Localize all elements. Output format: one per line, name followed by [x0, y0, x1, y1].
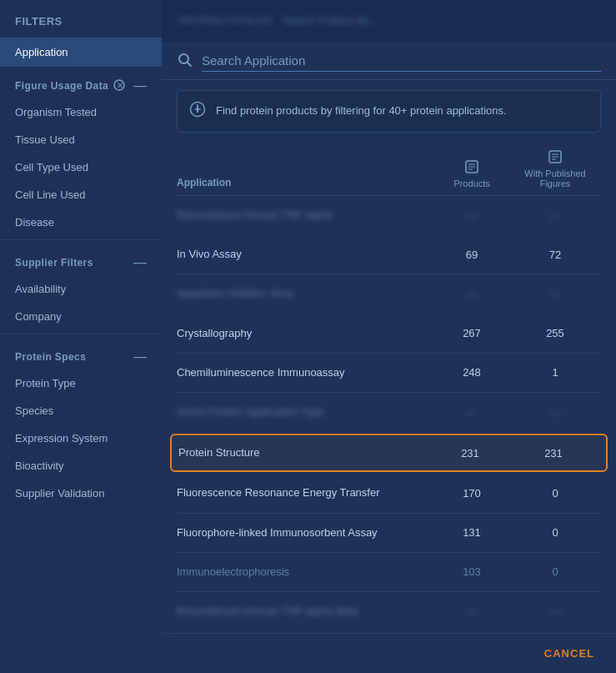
row-published: 0: [509, 526, 601, 539]
col-published-header: With Published Figures: [509, 149, 601, 188]
table-row[interactable]: Chemiluminescence Immunoassay 248 1: [177, 354, 601, 393]
blurred-header-text: PROTEIN CATALOG Search Proteins By...: [178, 15, 376, 27]
search-icon: [177, 52, 193, 73]
svg-text:✕: ✕: [117, 81, 123, 90]
row-products: 231: [433, 447, 508, 460]
row-name: Crystallography: [177, 326, 434, 341]
main-content: PROTEIN CATALOG Search Proteins By... Fi…: [162, 0, 616, 673]
table-row[interactable]: Fluorescence Resonance Energy Transfer 1…: [177, 474, 601, 513]
sidebar-item-expression-system[interactable]: Expression System: [0, 424, 162, 452]
table-header: Application Products: [177, 143, 601, 196]
row-name: Some Protein Application Type: [177, 404, 434, 419]
row-products: —: [434, 406, 509, 419]
row-name: Recombinant Human TNF-alpha: [177, 208, 434, 223]
row-products: 131: [434, 526, 509, 539]
supplier-filters-section: Supplier Filters —: [0, 244, 162, 275]
col-application-header: Application: [177, 177, 434, 188]
table-row[interactable]: Crystallography 267 255: [177, 314, 601, 354]
row-products: 103: [434, 565, 509, 578]
info-banner-text: Find protein products by filtering for 4…: [216, 103, 507, 118]
divider-1: [0, 239, 162, 240]
sidebar-item-cell-type-used[interactable]: Cell Type Used: [0, 153, 162, 181]
row-products: 170: [434, 487, 509, 500]
search-bar: [162, 42, 616, 80]
sidebar-item-organism-tested[interactable]: Organism Tested: [0, 98, 162, 126]
protein-specs-section: Protein Specs —: [0, 338, 162, 369]
sidebar-item-disease[interactable]: Disease: [0, 208, 162, 236]
sidebar-title: Filters: [0, 0, 162, 38]
figure-usage-data-label: Figure Usage Data: [15, 80, 108, 92]
row-name: Recombinant Human TNF-alpha Beta: [177, 604, 434, 619]
blurred-header: PROTEIN CATALOG Search Proteins By...: [162, 0, 616, 42]
sidebar-item-tissue-used[interactable]: Tissue Used: [0, 126, 162, 153]
row-products: 267: [434, 327, 509, 339]
application-table: Application Products: [162, 143, 616, 633]
row-published: 0: [509, 487, 601, 500]
col-products-header: Products: [434, 159, 509, 188]
row-name: Protein Structure: [178, 445, 433, 460]
table-row[interactable]: Recombinant Human TNF-alpha Beta — —: [177, 592, 601, 631]
protein-specs-label: Protein Specs: [15, 351, 86, 363]
sidebar-item-application[interactable]: Application: [0, 38, 162, 67]
products-col-label: Products: [453, 178, 489, 188]
svg-point-6: [197, 104, 198, 106]
figure-usage-collapse-icon[interactable]: ✕: [113, 79, 125, 93]
sidebar-item-species[interactable]: Species: [0, 397, 162, 424]
row-published: 0: [509, 565, 601, 578]
sidebar-item-bioactivity[interactable]: Bioactivity: [0, 452, 162, 480]
products-col-icon: [464, 159, 479, 176]
table-row-protein-structure[interactable]: Protein Structure 231 231: [170, 434, 608, 472]
search-input[interactable]: [202, 53, 601, 72]
supplier-filters-label: Supplier Filters: [15, 257, 93, 269]
row-published: —: [509, 288, 601, 300]
svg-line-3: [188, 63, 192, 67]
row-published: —: [509, 209, 601, 222]
cancel-button[interactable]: CANCEL: [538, 644, 601, 663]
row-products: —: [434, 209, 509, 222]
table-row[interactable]: In Vivo Assay 69 72: [177, 235, 601, 274]
table-row[interactable]: Fluorophore-linked Immunosorbent Assay 1…: [177, 514, 601, 553]
supplier-filters-minus-icon[interactable]: —: [133, 255, 147, 270]
row-published: 72: [509, 249, 601, 261]
sidebar-item-supplier-validation[interactable]: Supplier Validation: [0, 480, 162, 507]
sidebar: Filters Application Figure Usage Data ✕ …: [0, 0, 162, 673]
sidebar-item-company[interactable]: Company: [0, 303, 162, 330]
row-published: 1: [509, 366, 601, 379]
row-name: Apoptosis Inhibitor Virus: [177, 286, 434, 301]
published-col-icon: [548, 149, 563, 166]
figure-usage-data-section: Figure Usage Data ✕ —: [0, 67, 162, 98]
row-name: Fluorophore-linked Immunosorbent Assay: [177, 525, 434, 540]
row-name: Chemiluminescence Immunoassay: [177, 365, 434, 380]
row-name: Immunoelectrophoresis: [177, 565, 434, 580]
published-col-label: With Published Figures: [509, 168, 601, 188]
row-products: —: [434, 605, 509, 617]
table-row[interactable]: Apoptosis Inhibitor Virus — —: [177, 274, 601, 314]
row-name: In Vivo Assay: [177, 247, 434, 262]
row-published: —: [509, 605, 601, 617]
row-products: 248: [434, 366, 509, 379]
figure-usage-minus-icon[interactable]: —: [133, 78, 147, 93]
row-name: Fluorescence Resonance Energy Transfer: [177, 485, 434, 500]
footer: CANCEL: [162, 633, 616, 673]
row-published: —: [509, 406, 601, 419]
row-products: 69: [434, 249, 509, 261]
divider-2: [0, 334, 162, 334]
sidebar-item-protein-type[interactable]: Protein Type: [0, 369, 162, 397]
table-row[interactable]: Some Protein Application Type — —: [177, 393, 601, 432]
info-banner: Find protein products by filtering for 4…: [177, 90, 601, 133]
row-published: 231: [508, 447, 599, 460]
row-published: 255: [509, 327, 601, 339]
table-row[interactable]: Recombinant Human TNF-alpha — —: [177, 196, 601, 235]
sidebar-item-cell-line-used[interactable]: Cell Line Used: [0, 181, 162, 208]
sidebar-item-availability[interactable]: Availability: [0, 275, 162, 303]
protein-specs-minus-icon[interactable]: —: [133, 349, 147, 364]
row-products: —: [434, 288, 509, 300]
table-row[interactable]: Immunoelectrophoresis 103 0: [177, 553, 601, 592]
info-icon: [189, 101, 206, 122]
